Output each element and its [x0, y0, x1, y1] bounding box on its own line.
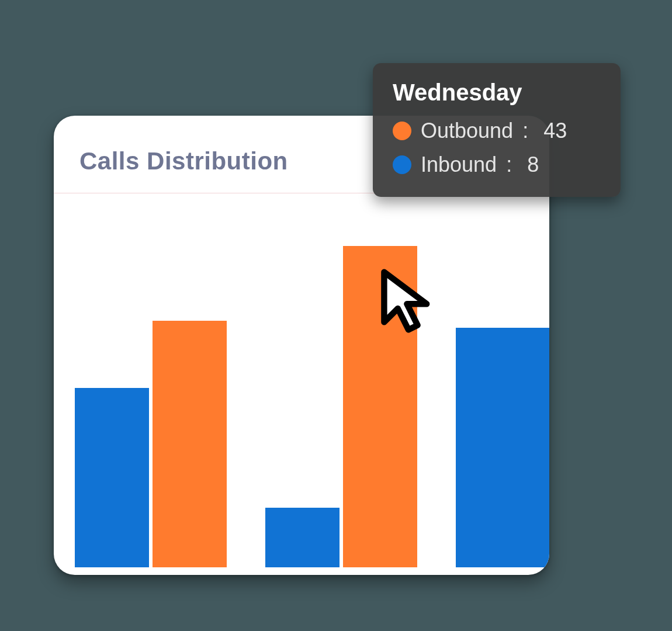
tooltip-row-inbound: Inbound: 8 — [393, 152, 601, 177]
tooltip-day: Wednesday — [393, 79, 601, 106]
bar-outbound[interactable] — [153, 321, 227, 567]
tooltip-row-outbound: Outbound: 43 — [393, 119, 601, 143]
bar-inbound[interactable] — [456, 328, 549, 567]
bar-group[interactable] — [265, 246, 417, 567]
chart-area[interactable] — [54, 193, 549, 567]
bar-group[interactable] — [75, 321, 227, 567]
tooltip-value: 8 — [527, 152, 539, 177]
bar-inbound[interactable] — [265, 508, 340, 567]
tooltip-label: Inbound — [421, 152, 497, 177]
dot-outbound-icon — [393, 122, 411, 140]
tooltip-label: Outbound — [421, 119, 513, 143]
chart-tooltip: Wednesday Outbound: 43 Inbound: 8 — [373, 63, 621, 197]
dot-inbound-icon — [393, 155, 411, 174]
bar-outbound[interactable] — [343, 246, 417, 567]
bar-inbound[interactable] — [75, 388, 149, 567]
tooltip-value: 43 — [543, 119, 567, 143]
bar-group[interactable] — [456, 328, 549, 567]
